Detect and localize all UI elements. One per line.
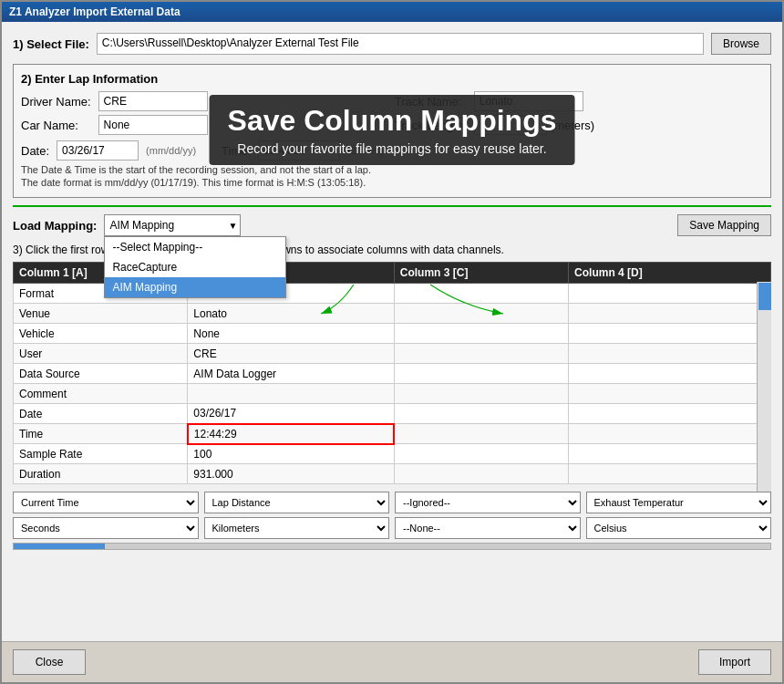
col-header-4: Column 4 [D] — [569, 263, 771, 284]
driver-name-label: Driver Name: — [21, 95, 91, 109]
table-cell-9-2 — [394, 464, 568, 484]
bottom-dropdowns-row2: Seconds Milliseconds Kilometers Miles --… — [13, 517, 771, 539]
table-row[interactable]: Comment — [14, 384, 771, 404]
table-cell-4-0: Data Source — [14, 364, 188, 384]
table-cell-9-1: 931.000 — [188, 464, 394, 484]
file-path-display: C:\Users\Russell\Desktop\Analyzer Extern… — [97, 33, 704, 55]
table-cell-6-3 — [569, 404, 771, 424]
track-name-label: Track Name: — [395, 95, 467, 109]
table-row[interactable]: UserCRE — [14, 344, 771, 364]
section1: 1) Select File: C:\Users\Russell\Desktop… — [13, 33, 771, 55]
table-cell-2-3 — [569, 324, 771, 344]
table-cell-5-3 — [569, 384, 771, 404]
section2: 2) Enter Lap Information Driver Name: Tr… — [13, 64, 771, 198]
mapping-row: Load Mapping: --Select Mapping-- RaceCap… — [13, 214, 771, 236]
car-name-input[interactable] — [98, 115, 208, 135]
progress-bar-fill — [14, 544, 105, 549]
table-cell-7-1: 12:44:29 — [188, 424, 394, 444]
table-cell-1-3 — [569, 304, 771, 324]
info-text-2: The date format is mm/dd/yy (01/17/19). … — [21, 177, 763, 188]
table-cell-0-2 — [394, 284, 568, 304]
table-row[interactable]: Duration931.000 — [14, 464, 771, 484]
col3-row2-dropdown[interactable]: --None-- --Ignored-- — [395, 517, 581, 539]
time-input[interactable] — [258, 140, 340, 161]
table-cell-6-0: Date — [14, 404, 188, 424]
table-row[interactable]: Data SourceAIM Data Logger — [14, 364, 771, 384]
col2-row1-dropdown[interactable]: Lap Distance Total Distance — [204, 492, 390, 513]
content-area: 1) Select File: C:\Users\Russell\Desktop… — [2, 22, 782, 641]
track-length-unit: (meters) — [551, 119, 594, 132]
table-cell-9-3 — [569, 464, 771, 484]
table-cell-1-2 — [394, 304, 568, 324]
section2-title: 2) Enter Lap Information — [21, 72, 763, 86]
col1-row1-dropdown[interactable]: Current Time Elapsed Time — [13, 492, 199, 513]
save-mapping-button[interactable]: Save Mapping — [677, 214, 771, 236]
table-cell-8-1: 100 — [188, 444, 394, 464]
table-scrollbar[interactable] — [757, 282, 771, 492]
table-cell-0-3 — [569, 284, 771, 304]
table-cell-4-1: AIM Data Logger — [188, 364, 394, 384]
browse-button[interactable]: Browse — [711, 33, 771, 55]
col4-row2-dropdown[interactable]: Celsius Fahrenheit — [586, 517, 772, 539]
table-cell-2-0: Vehicle — [14, 324, 188, 344]
table-cell-7-3 — [569, 424, 771, 444]
table-cell-3-1: CRE — [188, 344, 394, 364]
time-hint: (24 Hrs) — [347, 145, 384, 156]
close-button[interactable]: Close — [13, 649, 86, 675]
dropdown-option-aim[interactable]: AIM Mapping — [105, 277, 285, 297]
progress-bar-container — [13, 543, 771, 550]
table-cell-2-2 — [394, 324, 568, 344]
table-row[interactable]: VehicleNone — [14, 324, 771, 344]
table-cell-9-0: Duration — [14, 464, 188, 484]
mapping-dropdown-popup: --Select Mapping-- RaceCapture AIM Mappi… — [104, 236, 286, 298]
driver-name-input[interactable] — [98, 91, 208, 111]
import-button[interactable]: Import — [698, 649, 771, 675]
mapping-dropdown-display[interactable] — [104, 214, 241, 236]
table-cell-4-2 — [394, 364, 568, 384]
car-name-label: Car Name: — [21, 119, 91, 132]
table-row[interactable]: Time12:44:29 — [14, 424, 771, 444]
select-file-label: 1) Select File: — [13, 37, 89, 51]
table-cell-4-3 — [569, 364, 771, 384]
date-hint: (mm/dd/yy) — [146, 145, 196, 156]
col4-row1-dropdown[interactable]: Exhaust Temperatur Engine Temp — [586, 492, 772, 513]
table-cell-3-3 — [569, 344, 771, 364]
track-name-input[interactable] — [474, 91, 583, 111]
scroll-thumb — [758, 283, 771, 310]
dropdown-option-racecapture[interactable]: RaceCapture — [105, 257, 285, 277]
table-cell-8-0: Sample Rate — [14, 444, 188, 464]
table-row[interactable]: Sample Rate100 — [14, 444, 771, 464]
col2-row2-dropdown[interactable]: Kilometers Miles — [204, 517, 390, 539]
green-divider-top — [13, 205, 771, 207]
window-title: Z1 Analyzer Import External Data — [9, 5, 181, 18]
table-cell-5-0: Comment — [14, 384, 188, 404]
table-cell-3-2 — [394, 344, 568, 364]
table-cell-5-2 — [394, 384, 568, 404]
load-mapping-label: Load Mapping: — [13, 219, 97, 233]
time-label: Time: — [222, 144, 251, 158]
info-text-1: The Date & Time is the start of the reco… — [21, 164, 763, 175]
mapping-dropdown-wrapper: --Select Mapping-- RaceCapture AIM Mappi… — [104, 214, 241, 236]
date-time-row: Date: (mm/dd/yy) Time: (24 Hrs) — [21, 140, 763, 161]
table-row[interactable]: Date03/26/17 — [14, 404, 771, 424]
col-header-3: Column 3 [C] — [394, 263, 568, 284]
table-cell-5-1 — [188, 384, 394, 404]
col1-row2-dropdown[interactable]: Seconds Milliseconds — [13, 517, 199, 539]
footer: Close Import — [2, 641, 782, 682]
date-input[interactable] — [57, 140, 139, 161]
table-cell-6-2 — [394, 404, 568, 424]
track-length-label: Track Length: — [395, 119, 467, 132]
track-length-input[interactable] — [474, 115, 547, 135]
table-cell-2-1: None — [188, 324, 394, 344]
table-row[interactable]: VenueLonato — [14, 304, 771, 324]
bottom-dropdowns-row1: Current Time Elapsed Time Lap Distance T… — [13, 492, 771, 513]
table-cell-1-0: Venue — [14, 304, 188, 324]
main-window: Z1 Analyzer Import External Data 1) Sele… — [0, 0, 784, 684]
table-cell-8-2 — [394, 444, 568, 464]
table-cell-1-1: Lonato — [188, 304, 394, 324]
table-cell-7-0: Time — [14, 424, 188, 444]
date-label: Date: — [21, 144, 49, 158]
title-bar: Z1 Analyzer Import External Data — [2, 2, 782, 22]
col3-row1-dropdown[interactable]: --Ignored-- --None-- — [395, 492, 581, 513]
dropdown-option-select[interactable]: --Select Mapping-- — [105, 237, 285, 257]
